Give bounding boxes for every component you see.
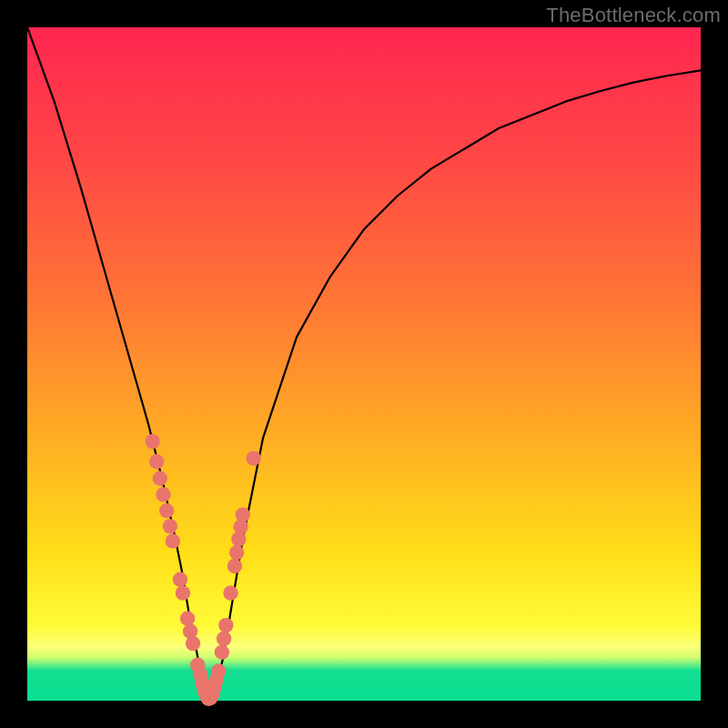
highlight-marker: [180, 612, 195, 626]
highlight-marker: [236, 508, 250, 522]
chart-overlay: [27, 27, 701, 701]
highlight-marker: [145, 434, 159, 449]
bottleneck-curve: [27, 27, 701, 701]
highlight-marker: [153, 471, 167, 486]
highlight-markers: [145, 434, 260, 706]
highlight-marker: [159, 503, 174, 518]
highlight-marker: [211, 663, 226, 678]
highlight-marker: [223, 585, 238, 600]
chart-stage: TheBottleneck.com: [0, 0, 728, 728]
highlight-marker: [173, 572, 187, 587]
watermark-text: TheBottleneck.com: [546, 4, 721, 27]
highlight-marker: [229, 545, 244, 560]
highlight-marker: [149, 454, 164, 469]
highlight-marker: [156, 487, 170, 501]
highlight-marker: [186, 636, 200, 651]
highlight-marker: [176, 585, 190, 600]
highlight-marker: [218, 618, 233, 632]
highlight-marker: [228, 559, 242, 573]
highlight-marker: [163, 519, 177, 533]
highlight-marker: [217, 632, 231, 646]
highlight-marker: [166, 533, 180, 548]
highlight-marker: [246, 450, 260, 465]
highlight-marker: [215, 645, 229, 660]
